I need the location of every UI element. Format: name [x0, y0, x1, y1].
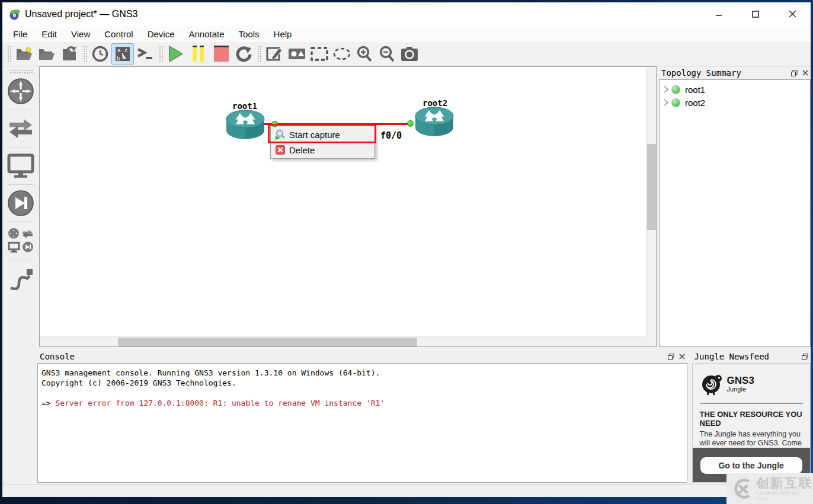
- save-project-icon: [60, 46, 78, 62]
- router-node-root2[interactable]: [415, 106, 454, 138]
- save-project-button[interactable]: [58, 43, 81, 65]
- console-titlebar[interactable]: Console: [37, 350, 687, 363]
- topology-summary-titlebar[interactable]: Topology Summary: [659, 66, 811, 79]
- insert-picture-button[interactable]: [286, 43, 308, 65]
- divider: [8, 110, 34, 110]
- new-project-button[interactable]: [13, 43, 36, 65]
- newsfeed-logo-title: GNS3: [727, 375, 754, 386]
- canvas-vertical-scrollbar[interactable]: [646, 67, 656, 336]
- menu-annotate[interactable]: Annotate: [182, 27, 232, 41]
- screenshot-button[interactable]: [398, 43, 421, 65]
- canvas-horizontal-scrollbar[interactable]: [40, 336, 646, 346]
- close-panel-icon[interactable]: [679, 354, 685, 359]
- canvas-viewport[interactable]: root1 root2: [40, 67, 646, 336]
- menu-help[interactable]: Help: [267, 27, 299, 41]
- watermark-subtext: CHUANG XIN HU LIAN: [756, 490, 813, 501]
- browse-all-devices-button[interactable]: [5, 224, 37, 257]
- console-connect-button[interactable]: [134, 43, 156, 65]
- browse-routers-button[interactable]: [5, 75, 37, 108]
- menu-file[interactable]: File: [6, 27, 34, 41]
- maximize-button[interactable]: [737, 2, 774, 26]
- tree-item-label: root2: [685, 98, 705, 108]
- show-interface-labels-button[interactable]: a c b: [111, 43, 134, 65]
- suspend-button[interactable]: [187, 43, 210, 65]
- menu-device[interactable]: Device: [140, 27, 182, 41]
- add-link-button[interactable]: [5, 261, 37, 294]
- menu-edit[interactable]: Edit: [34, 27, 64, 41]
- stop-button[interactable]: [210, 43, 232, 65]
- open-project-button[interactable]: [36, 43, 58, 65]
- expand-chevron-icon[interactable]: [661, 99, 671, 106]
- divider: [8, 184, 34, 185]
- newsfeed-content: GNS3 Jungle THE ONLY RESOURCE YOU NEED T…: [692, 363, 811, 483]
- insert-picture-icon: [288, 47, 306, 61]
- close-panel-icon[interactable]: [802, 70, 808, 76]
- minimize-button[interactable]: [700, 2, 737, 26]
- browse-end-devices-button[interactable]: [5, 149, 37, 182]
- start-button[interactable]: [165, 43, 187, 65]
- console-blank-line: [41, 388, 683, 398]
- draw-rectangle-button[interactable]: [308, 43, 331, 65]
- browse-security-devices-button[interactable]: [5, 187, 37, 220]
- scrollbar-corner: [646, 336, 656, 346]
- main-toolbar: a c b: [2, 42, 811, 67]
- context-menu-item-start-capture[interactable]: Start capture: [271, 127, 374, 142]
- console-panel: Console GNS3 management console. Running…: [37, 350, 687, 483]
- console-output[interactable]: GNS3 management console. Running GNS3 ve…: [37, 363, 687, 483]
- interface-labels-icon: a c b: [114, 46, 131, 62]
- status-bar: [2, 484, 811, 497]
- topology-canvas[interactable]: root1 root2: [39, 66, 657, 347]
- jungle-newsfeed-panel: Jungle Newsfeed: [692, 350, 811, 483]
- browse-switches-button[interactable]: [5, 112, 37, 145]
- console-line: GNS3 management console. Running GNS3 ve…: [41, 368, 683, 378]
- link-context-menu: Start capture Delete: [270, 126, 375, 159]
- context-menu-item-delete[interactable]: Delete: [271, 142, 374, 158]
- divider: [8, 221, 34, 222]
- float-panel-icon[interactable]: [791, 70, 798, 76]
- reload-button[interactable]: [232, 43, 255, 65]
- add-note-button[interactable]: [263, 43, 286, 65]
- router-node-icon: [415, 106, 454, 138]
- tree-item-root1[interactable]: root1: [661, 83, 809, 96]
- newsfeed-titlebar[interactable]: Jungle Newsfeed: [692, 350, 811, 363]
- svg-text:c: c: [124, 47, 127, 53]
- security-device-icon: [7, 190, 34, 217]
- link-root1-root2[interactable]: [264, 123, 413, 125]
- go-to-the-jungle-button[interactable]: Go to the Jungle: [700, 457, 802, 474]
- router-node-root1[interactable]: [226, 109, 265, 141]
- menu-view[interactable]: View: [64, 27, 97, 41]
- title-bar: Unsaved project* — GNS3: [2, 2, 811, 26]
- close-button[interactable]: [774, 2, 811, 26]
- console-title: Console: [40, 352, 75, 361]
- watermark-logo-icon: [732, 479, 753, 499]
- toolbar-handle[interactable]: [257, 45, 261, 63]
- main-area: root1 root2: [2, 66, 811, 347]
- newsfeed-heading: THE ONLY RESOURCE YOU NEED: [700, 410, 803, 428]
- menu-control[interactable]: Control: [97, 27, 140, 41]
- toolbar-handle[interactable]: [7, 45, 11, 63]
- menu-bar: File Edit View Control Device Annotate T…: [2, 26, 811, 42]
- toolbar-handle[interactable]: [158, 45, 163, 63]
- monitor-icon: [7, 153, 34, 178]
- window-title: Unsaved project* — GNS3: [25, 9, 137, 20]
- expand-chevron-icon[interactable]: [661, 86, 671, 93]
- all-devices-icon: [7, 227, 34, 254]
- snapshot-button[interactable]: [89, 43, 111, 65]
- stop-icon: [213, 46, 229, 62]
- zoom-in-button[interactable]: [353, 43, 376, 65]
- tree-item-root2[interactable]: root2: [661, 96, 809, 109]
- port-label-f0-0[interactable]: f0/0: [380, 130, 402, 141]
- device-toolbar-handle[interactable]: [9, 69, 33, 73]
- float-panel-icon[interactable]: [802, 354, 808, 360]
- zoom-out-button[interactable]: [376, 43, 398, 65]
- float-panel-icon[interactable]: [668, 354, 674, 360]
- vertical-scroll-thumb[interactable]: [647, 144, 656, 230]
- gns3-jungle-logo: [700, 372, 724, 396]
- svg-text:b: b: [117, 56, 120, 62]
- toolbar-handle[interactable]: [82, 45, 87, 63]
- device-toolbar: [2, 66, 39, 347]
- draw-ellipse-button[interactable]: [331, 43, 353, 65]
- horizontal-scroll-thumb[interactable]: [118, 338, 417, 346]
- new-project-icon: [15, 46, 33, 62]
- menu-tools[interactable]: Tools: [232, 27, 267, 41]
